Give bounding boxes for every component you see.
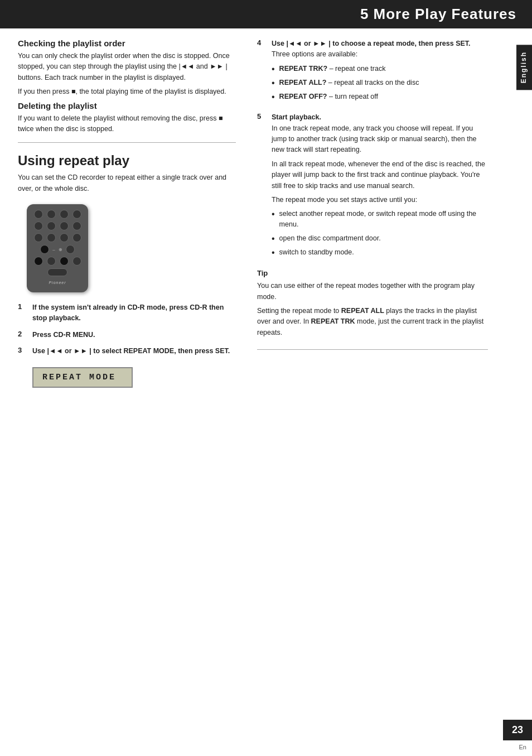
side-tab-english: English bbox=[516, 45, 532, 90]
bullet-open-door: open the disc compartment door. bbox=[272, 233, 488, 244]
step-4: 4 Use |◄◄ or ►► | to choose a repeat mod… bbox=[257, 38, 488, 105]
step-4-num: 4 bbox=[257, 38, 266, 105]
step-5-num: 5 bbox=[257, 112, 266, 261]
remote-btn-10 bbox=[47, 233, 56, 242]
remote-btn-12 bbox=[72, 233, 81, 242]
remote-sym-plus: ⊕ bbox=[59, 247, 62, 252]
step-4-bullets: REPEAT TRK? – repeat one track REPEAT AL… bbox=[272, 64, 471, 103]
step-4-content: Use |◄◄ or ►► | to choose a repeat mode,… bbox=[272, 38, 471, 105]
lcd-display: REPEAT MODE bbox=[32, 367, 133, 388]
tip-section: Tip You can use either of the repeat mod… bbox=[257, 268, 488, 338]
tip-para-1: You can use either of the repeat modes t… bbox=[257, 281, 488, 302]
remote-btn-14 bbox=[66, 245, 75, 254]
big-section-intro: You can set the CD recorder to repeat ei… bbox=[18, 172, 236, 194]
page-suffix: En bbox=[519, 744, 526, 750]
remote-btn-9 bbox=[34, 233, 43, 242]
bullet-repeat-trk: REPEAT TRK? – repeat one track bbox=[272, 64, 471, 74]
checking-para-1: You can only check the playlist order wh… bbox=[18, 51, 236, 83]
remote-btn-6 bbox=[47, 221, 56, 230]
tip-heading: Tip bbox=[257, 268, 488, 279]
step-3: 3 Use |◄◄ or ►► | to select REPEAT MODE,… bbox=[18, 346, 236, 357]
step-1-text: If the system isn't already in CD-R mode… bbox=[32, 302, 236, 324]
remote-btn-8 bbox=[72, 221, 81, 230]
step-5-para-3: The repeat mode you set stays active unt… bbox=[272, 195, 488, 205]
bullet-repeat-all: REPEAT ALL? – repeat all tracks on the d… bbox=[272, 78, 471, 88]
remote-btn-3 bbox=[60, 210, 69, 219]
step-3-num: 3 bbox=[18, 346, 27, 357]
remote-btn-15 bbox=[34, 257, 43, 266]
remote-illustration: – ⊕ Pioneer bbox=[27, 204, 94, 292]
remote-sym-minus: – bbox=[52, 247, 55, 252]
bullet-repeat-off: REPEAT OFF? – turn repeat off bbox=[272, 92, 471, 102]
deleting-para-1: If you want to delete the playlist witho… bbox=[18, 113, 236, 135]
bullet-standby: switch to standby mode. bbox=[272, 247, 488, 258]
divider-1 bbox=[18, 142, 236, 143]
bullet-switch-mode: select another repeat mode, or switch re… bbox=[272, 209, 488, 230]
step-1-num: 1 bbox=[18, 302, 27, 324]
checking-para-2: If you then press ■, the total playing t… bbox=[18, 86, 236, 97]
page-number-box: 23 bbox=[503, 720, 532, 740]
step-2-text: Press CD-R MENU. bbox=[32, 330, 95, 340]
step-5: 5 Start playback. In one track repeat mo… bbox=[257, 112, 488, 261]
step-4-intro: Three options are available: bbox=[272, 50, 357, 58]
remote-btn-13 bbox=[40, 245, 49, 254]
remote-btn-4 bbox=[72, 210, 81, 219]
remote-btn-1 bbox=[34, 210, 43, 219]
remote-btn-2 bbox=[47, 210, 56, 219]
step-1: 1 If the system isn't already in CD-R mo… bbox=[18, 302, 236, 324]
remote-btn-18 bbox=[72, 257, 81, 266]
remote-body: – ⊕ Pioneer bbox=[27, 204, 88, 292]
remote-btn-7 bbox=[60, 221, 69, 230]
step-2-num: 2 bbox=[18, 330, 27, 340]
step-5-para-2: In all track repeat mode, whenever the e… bbox=[272, 159, 488, 191]
remote-btn-5 bbox=[34, 221, 43, 230]
section-title-deleting: Deleting the playlist bbox=[18, 101, 236, 110]
remote-btn-16 bbox=[47, 257, 56, 266]
step-5-content: Start playback. In one track repeat mode… bbox=[272, 112, 488, 261]
remote-brand: Pioneer bbox=[49, 281, 66, 285]
big-section-title: Using repeat play bbox=[18, 153, 236, 168]
step-5-bullets: select another repeat mode, or switch re… bbox=[272, 209, 488, 258]
divider-2 bbox=[257, 349, 488, 350]
tip-para-2: Setting the repeat mode to REPEAT ALL pl… bbox=[257, 306, 488, 338]
section-title-checking: Checking the playlist order bbox=[18, 38, 236, 48]
step-3-text: Use |◄◄ or ►► | to select REPEAT MODE, t… bbox=[32, 346, 230, 357]
page-header: 5 More Play Features bbox=[0, 0, 532, 28]
remote-btn-11 bbox=[60, 233, 69, 242]
step-5-para-1: In one track repeat mode, any track you … bbox=[272, 123, 488, 156]
left-column: Checking the playlist order You can only… bbox=[0, 38, 248, 392]
step-5-heading: Start playback. bbox=[272, 113, 321, 121]
right-column: 4 Use |◄◄ or ►► | to choose a repeat mod… bbox=[248, 38, 516, 392]
step-2: 2 Press CD-R MENU. bbox=[18, 330, 236, 340]
remote-btn-wide bbox=[47, 268, 67, 276]
step-4-heading: Use |◄◄ or ►► | to choose a repeat mode,… bbox=[272, 40, 471, 47]
remote-btn-17 bbox=[60, 257, 69, 266]
